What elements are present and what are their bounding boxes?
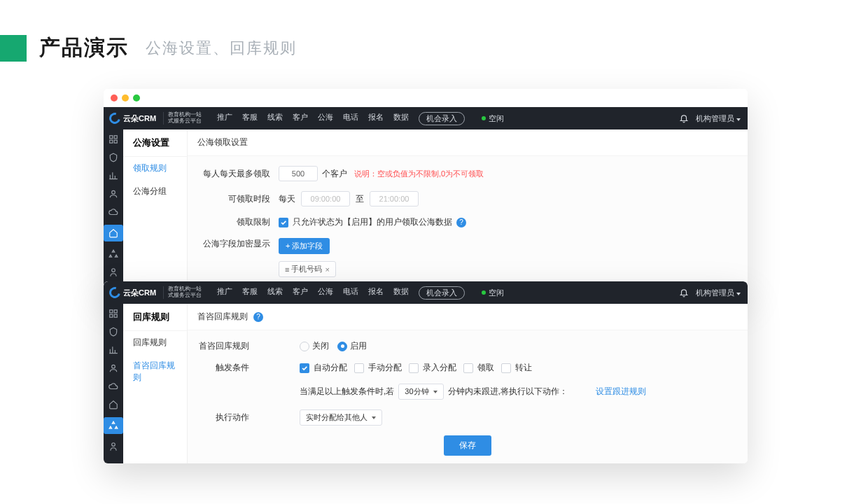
max-per-day-input[interactable] xyxy=(279,166,318,181)
nav-leads[interactable]: 线索 xyxy=(267,112,283,125)
svg-point-4 xyxy=(112,190,115,194)
user-menu[interactable]: 机构管理员 xyxy=(696,113,741,124)
maximize-icon[interactable] xyxy=(133,94,140,102)
rail-shield-icon[interactable] xyxy=(108,326,119,337)
rail-home-icon[interactable] xyxy=(104,225,123,241)
timeout-select[interactable]: 30分钟 xyxy=(398,384,443,400)
cbx-auto-assign[interactable] xyxy=(300,363,309,373)
drag-handle-icon[interactable]: ≡ xyxy=(285,265,288,274)
help-icon[interactable]: ? xyxy=(253,312,263,322)
cbx-transfer[interactable] xyxy=(501,363,511,373)
masked-field-tag: ≡ 手机号码 × xyxy=(279,261,336,277)
add-field-button[interactable]: + 添加字段 xyxy=(279,238,330,254)
action-select[interactable]: 实时分配给其他人 xyxy=(300,410,382,426)
window-return-rules: 云朵CRM 教育机构一站式服务云平台 推广 客服 线索 客户 公海 电话 报名 … xyxy=(104,281,748,463)
rail-recycle-icon[interactable] xyxy=(104,417,123,434)
app-header: 云朵CRM 教育机构一站式服务云平台 推广 客服 线索 客户 公海 电话 报名 … xyxy=(104,281,748,304)
logo-slogan: 教育机构一站式服务云平台 xyxy=(163,286,202,299)
sidebar-item-claim-rules[interactable]: 领取规则 xyxy=(123,157,187,180)
rail-chart-icon[interactable] xyxy=(108,344,119,356)
logo-text: 云朵CRM xyxy=(123,113,156,124)
svg-rect-6 xyxy=(110,310,113,313)
rail-cloud-icon[interactable] xyxy=(108,381,119,392)
status-text: 空闲 xyxy=(489,288,504,298)
svg-rect-7 xyxy=(114,310,117,313)
logo[interactable]: 云朵CRM 教育机构一站式服务云平台 xyxy=(104,112,207,125)
max-per-day-hint: 说明：空或负值为不限制,0为不可领取 xyxy=(354,169,484,179)
radio-off[interactable] xyxy=(300,342,309,351)
max-per-day-label: 每人每天最多领取 xyxy=(195,168,279,180)
claim-limit-checkbox[interactable] xyxy=(279,218,288,227)
nav-pool[interactable]: 公海 xyxy=(318,112,333,125)
remove-tag-icon[interactable]: × xyxy=(325,265,329,274)
nav-signup[interactable]: 报名 xyxy=(368,112,384,125)
opportunity-entry-button[interactable]: 机会录入 xyxy=(419,286,465,300)
nav-promote[interactable]: 推广 xyxy=(217,112,232,125)
nav-promote[interactable]: 推广 xyxy=(217,286,232,300)
save-button[interactable]: 保存 xyxy=(444,435,491,456)
cbx-entry-assign[interactable] xyxy=(409,363,419,373)
nav-customer[interactable]: 客户 xyxy=(293,112,308,125)
sidebar-item-pool-groups[interactable]: 公海分组 xyxy=(123,180,187,203)
max-per-day-unit: 个客户 xyxy=(322,168,347,180)
sidebar-title: 公海设置 xyxy=(123,130,187,157)
claim-limit-label: 领取限制 xyxy=(195,216,279,228)
rail-person-icon[interactable] xyxy=(108,267,119,278)
svg-rect-3 xyxy=(114,140,117,143)
minimize-icon[interactable] xyxy=(122,94,129,102)
rule-label: 首咨回库规则 xyxy=(195,340,258,352)
rail-chart-icon[interactable] xyxy=(108,170,119,181)
logo-slogan: 教育机构一站式服务云平台 xyxy=(163,112,202,125)
cbx-claim[interactable] xyxy=(463,363,473,373)
rail-recycle-icon[interactable] xyxy=(108,248,119,260)
svg-point-11 xyxy=(112,443,115,447)
status-indicator-icon xyxy=(482,290,486,295)
sidebar: 回库规则 回库规则 首咨回库规则 xyxy=(123,304,188,463)
rail-person-icon[interactable] xyxy=(108,441,119,452)
logo-icon xyxy=(107,111,122,126)
nav-phone[interactable]: 电话 xyxy=(343,112,358,125)
accent-block xyxy=(0,35,27,62)
bell-icon[interactable] xyxy=(679,113,689,123)
logo[interactable]: 云朵CRM 教育机构一站式服务云平台 xyxy=(104,286,207,299)
nav-phone[interactable]: 电话 xyxy=(343,286,358,300)
nav-customer[interactable]: 客户 xyxy=(293,286,308,300)
rail-home-icon[interactable] xyxy=(108,399,119,410)
rail-cloud-icon[interactable] xyxy=(108,206,119,218)
condition-pre: 当满足以上触发条件时,若 xyxy=(300,386,394,398)
radio-on[interactable] xyxy=(337,342,347,351)
set-followup-rule-link[interactable]: 设置跟进规则 xyxy=(596,386,646,398)
bell-icon[interactable] xyxy=(679,288,689,298)
nav-data[interactable]: 数据 xyxy=(393,286,409,300)
rail-shield-icon[interactable] xyxy=(108,152,119,163)
nav-data[interactable]: 数据 xyxy=(393,112,409,125)
svg-rect-1 xyxy=(114,136,117,139)
app-header: 云朵CRM 教育机构一站式服务云平台 推广 客服 线索 客户 公海 电话 报名 … xyxy=(104,107,748,130)
user-menu[interactable]: 机构管理员 xyxy=(696,288,741,298)
svg-rect-0 xyxy=(110,136,113,139)
help-icon[interactable]: ? xyxy=(456,218,466,227)
time-from-input[interactable]: 09:00:00 xyxy=(301,191,350,206)
section-title: 公海领取设置 xyxy=(188,130,748,156)
window-public-pool-settings: 云朵CRM 教育机构一站式服务云平台 推广 客服 线索 客户 公海 电话 报名 … xyxy=(104,89,748,295)
rail-user-icon[interactable] xyxy=(108,363,119,374)
time-to-input[interactable]: 21:00:00 xyxy=(370,191,419,206)
nav-service[interactable]: 客服 xyxy=(242,286,258,300)
cbx-manual-assign[interactable] xyxy=(354,363,364,373)
nav-leads[interactable]: 线索 xyxy=(267,286,283,300)
close-icon[interactable] xyxy=(111,94,118,102)
rail-dashboard-icon[interactable] xyxy=(108,308,119,319)
radio-on-label: 启用 xyxy=(350,340,367,352)
nav-signup[interactable]: 报名 xyxy=(368,286,384,300)
rail-user-icon[interactable] xyxy=(108,188,119,200)
nav-pool[interactable]: 公海 xyxy=(318,286,333,300)
nav-service[interactable]: 客服 xyxy=(242,112,258,125)
page-heading: 产品演示 公海设置、回库规则 xyxy=(0,0,847,62)
sidebar-item-first-consult-rules[interactable]: 首咨回库规则 xyxy=(123,354,187,389)
sidebar: 公海设置 领取规则 公海分组 xyxy=(123,130,188,295)
icon-rail xyxy=(104,304,123,463)
sidebar-item-return-rules[interactable]: 回库规则 xyxy=(123,331,187,354)
rail-dashboard-icon[interactable] xyxy=(108,134,119,145)
opportunity-entry-button[interactable]: 机会录入 xyxy=(419,112,465,125)
status-text: 空闲 xyxy=(489,113,504,124)
